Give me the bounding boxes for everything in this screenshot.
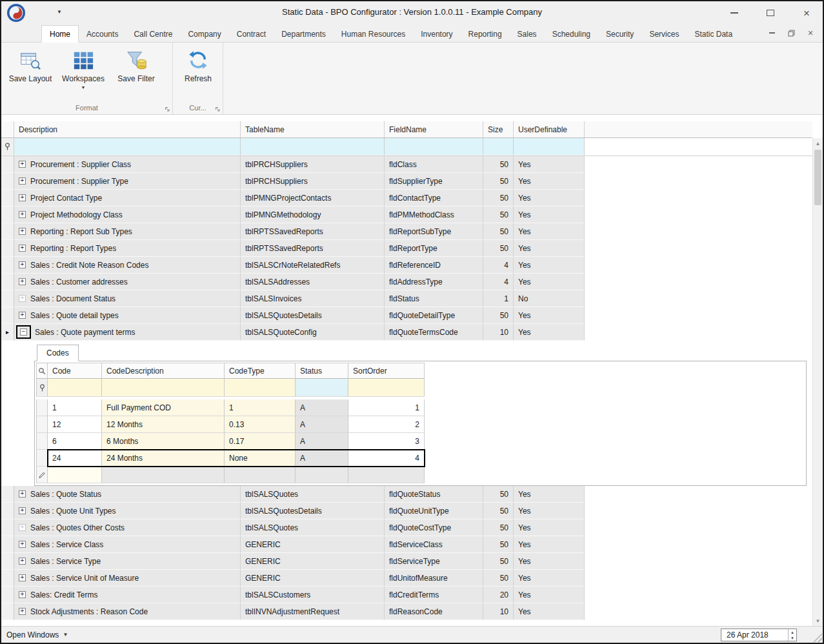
ribbon-tab[interactable]: Sales: [510, 26, 545, 42]
ribbon-tab[interactable]: Inventory: [413, 26, 460, 42]
expand-icon[interactable]: [19, 245, 26, 252]
codes-column-header-sortorder[interactable]: SortOrder: [348, 363, 425, 379]
codes-new-row[interactable]: [36, 467, 426, 483]
codes-row[interactable]: 24 24 Months None A 4: [36, 450, 426, 467]
expand-icon[interactable]: [19, 278, 26, 285]
ribbon-tab[interactable]: Human Resources: [334, 26, 413, 42]
table-row[interactable]: Sales : Service Unit of Measure GENERIC …: [1, 570, 812, 587]
search-icon[interactable]: [38, 367, 46, 375]
maximize-button[interactable]: [763, 6, 778, 20]
expand-icon[interactable]: [19, 295, 26, 302]
column-header-description[interactable]: Description: [14, 121, 241, 137]
codes-column-header-status[interactable]: Status: [296, 363, 348, 379]
table-row[interactable]: Project Contact Type tblPMNGProjectConta…: [1, 190, 812, 206]
codes-filter-input-code[interactable]: [48, 379, 102, 397]
column-header-tablename[interactable]: TableName: [241, 121, 385, 137]
scrollbar-thumb[interactable]: [814, 150, 821, 205]
workspaces-button[interactable]: Workspaces ▼: [57, 45, 110, 90]
minimize-button[interactable]: [727, 6, 741, 20]
codes-column-header-codetype[interactable]: CodeType: [225, 363, 296, 379]
expand-icon[interactable]: [19, 228, 26, 235]
expand-icon[interactable]: [19, 507, 26, 514]
table-row[interactable]: Procurement : Supplier Type tblPRCHSuppl…: [1, 173, 812, 190]
dialog-launcher-icon[interactable]: [165, 106, 170, 112]
spin-up-icon[interactable]: ▲: [789, 629, 796, 635]
table-row[interactable]: Reporting : Report Types tblRPTSSavedRep…: [1, 240, 812, 257]
codes-row[interactable]: 6 6 Months 0.17 A 3: [36, 433, 426, 450]
quick-access-dropdown-icon[interactable]: ▼: [57, 9, 62, 15]
codes-row[interactable]: 12 12 Months 0.13 A 2: [36, 416, 426, 433]
ribbon-tab[interactable]: Contract: [229, 26, 274, 42]
mdi-restore-button[interactable]: [787, 28, 796, 37]
expand-icon[interactable]: [19, 161, 26, 168]
dialog-launcher-icon[interactable]: [215, 106, 221, 112]
codes-filter-input-codedescription[interactable]: [102, 379, 225, 397]
date-picker[interactable]: 26 Apr 2018 ▲ ▼: [721, 629, 797, 641]
detail-tab-codes[interactable]: Codes: [37, 345, 79, 361]
table-row[interactable]: Procurement : Supplier Class tblPRCHSupp…: [1, 156, 812, 173]
new-codetype-cell[interactable]: [225, 467, 296, 483]
filter-input-description[interactable]: [14, 138, 241, 156]
ribbon-tab[interactable]: Static Data: [687, 26, 740, 42]
expand-icon[interactable]: [19, 591, 26, 598]
expand-icon[interactable]: [19, 194, 26, 201]
table-row-expanded[interactable]: ▸ Sales : Quote payment terms tblSALSQuo…: [1, 324, 812, 341]
expand-icon[interactable]: [19, 524, 26, 531]
codes-filter-input-status[interactable]: [296, 379, 348, 397]
ribbon-tab[interactable]: Company: [180, 26, 228, 42]
collapse-icon[interactable]: [20, 328, 27, 336]
vertical-scrollbar[interactable]: ▲ ▼: [812, 138, 823, 626]
refresh-button[interactable]: Refresh: [176, 45, 221, 83]
table-row[interactable]: Sales : Credit Note Reason Codes tblSALS…: [1, 257, 812, 274]
expand-icon[interactable]: [19, 558, 26, 565]
resize-grip[interactable]: [813, 633, 822, 642]
new-sortorder-cell[interactable]: [348, 467, 425, 483]
codes-column-header-codedescription[interactable]: CodeDescription: [102, 363, 225, 379]
table-row[interactable]: Sales : Service Class GENERIC fldService…: [1, 536, 812, 553]
new-codedescription-cell[interactable]: [102, 467, 225, 483]
save-filter-button[interactable]: Save Filter: [110, 45, 163, 83]
ribbon-tab[interactable]: Call Centre: [126, 26, 180, 42]
codes-filter-input-sortorder[interactable]: [348, 379, 425, 397]
filter-input-tablename[interactable]: [241, 138, 385, 156]
mdi-minimize-button[interactable]: [767, 28, 776, 37]
expand-icon[interactable]: [19, 574, 26, 581]
table-row[interactable]: Sales : Quote detail types tblSALSQuotes…: [1, 307, 812, 324]
expand-icon[interactable]: [19, 211, 26, 218]
new-status-cell[interactable]: [296, 467, 348, 483]
ribbon-tab[interactable]: Services: [641, 26, 687, 42]
table-row[interactable]: Sales : Document Status tblSALSInvoices …: [1, 290, 812, 307]
table-row[interactable]: Project Methodology Class tblPMNGMethodo…: [1, 206, 812, 223]
scroll-up-icon[interactable]: ▲: [813, 138, 823, 148]
expand-icon[interactable]: [19, 312, 26, 319]
table-row[interactable]: Sales : Quote Status tblSALSQuotes fldQu…: [1, 486, 812, 503]
close-button[interactable]: ×: [799, 6, 814, 20]
new-code-cell[interactable]: [48, 467, 102, 483]
expand-icon[interactable]: [19, 177, 26, 185]
filter-input-userdefinable[interactable]: [514, 138, 585, 156]
ribbon-tab[interactable]: Accounts: [79, 26, 126, 42]
ribbon-tab[interactable]: Scheduling: [545, 26, 598, 42]
codes-filter-input-codetype[interactable]: [225, 379, 296, 397]
column-header-fieldname[interactable]: FieldName: [385, 121, 483, 137]
expand-icon[interactable]: [19, 541, 26, 548]
table-row[interactable]: Sales : Quotes Other Costs tblSALSQuotes…: [1, 519, 812, 536]
codes-row[interactable]: 1 Full Payment COD 1 A 1: [36, 399, 426, 416]
table-row[interactable]: Sales: Credit Terms tblSALSCustomers fld…: [1, 587, 812, 603]
table-row[interactable]: Sales : Quote Unit Types tblSALSQuotesDe…: [1, 503, 812, 519]
ribbon-tab[interactable]: Reporting: [461, 26, 510, 42]
spin-down-icon[interactable]: ▼: [789, 635, 796, 641]
filter-input-size[interactable]: [483, 138, 514, 156]
save-layout-button[interactable]: Save Layout: [4, 45, 57, 83]
expand-icon[interactable]: [19, 490, 26, 498]
open-windows-dropdown[interactable]: Open Windows ▼: [6, 630, 68, 639]
app-logo-icon[interactable]: [6, 3, 26, 23]
column-header-userdefinable[interactable]: UserDefinable: [514, 121, 585, 137]
table-row[interactable]: Reporting : Report Sub Types tblRPTSSave…: [1, 223, 812, 240]
mdi-close-button[interactable]: ×: [806, 28, 815, 37]
ribbon-tab[interactable]: Departments: [274, 26, 334, 42]
scroll-down-icon[interactable]: ▼: [813, 616, 823, 626]
column-header-size[interactable]: Size: [483, 121, 514, 137]
table-row[interactable]: Sales : Customer addresses tblSALSAddres…: [1, 274, 812, 290]
ribbon-tab[interactable]: Home: [41, 25, 79, 43]
